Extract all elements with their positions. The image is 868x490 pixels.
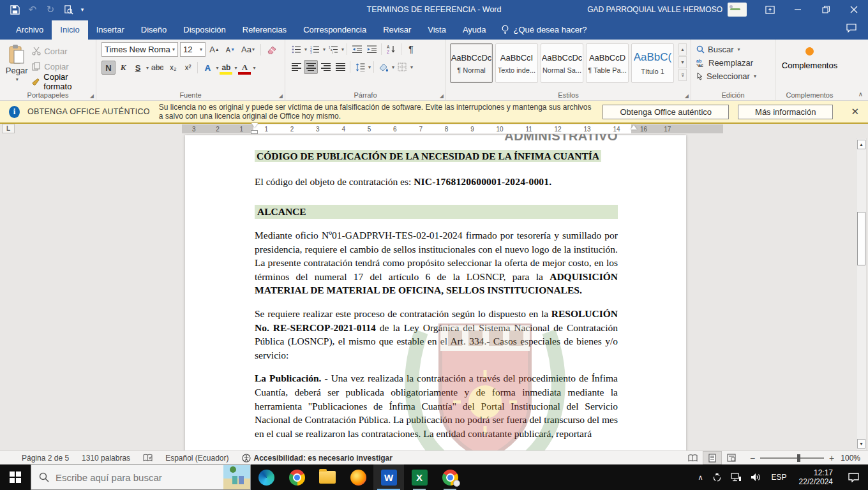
account-name[interactable]: GAD PARROQUIAL VALLE HERMOSO	[587, 5, 722, 14]
multilevel-list-button[interactable]: 1ai	[326, 42, 340, 56]
tab-disposicion[interactable]: Disposición	[175, 20, 234, 40]
style-table-paragraph[interactable]: AaBbCcD ¶ Table Pa...	[586, 43, 629, 83]
scroll-down-icon[interactable]: ▼	[857, 439, 865, 449]
align-center-button[interactable]	[304, 60, 318, 74]
proofing-icon[interactable]	[137, 454, 159, 462]
taskbar-search[interactable]	[31, 464, 251, 490]
underline-button[interactable]: S	[131, 61, 145, 75]
font-size-combo[interactable]: 12▾	[180, 42, 206, 57]
taskbar-word-icon[interactable]: W	[373, 464, 404, 490]
cut-button[interactable]: Cortar	[32, 45, 94, 57]
underline-dropdown-icon[interactable]: ▾	[146, 65, 149, 71]
borders-dropdown-icon[interactable]: ▾	[410, 64, 413, 70]
tab-insertar[interactable]: Insertar	[88, 20, 133, 40]
font-color-dropdown-icon[interactable]: ▾	[253, 65, 255, 71]
clear-formatting-button[interactable]	[265, 43, 279, 57]
shading-button[interactable]	[377, 60, 391, 74]
right-indent-marker[interactable]	[631, 125, 637, 130]
close-warning-icon[interactable]: ✕	[842, 106, 868, 117]
redo-icon[interactable]: ↻	[42, 1, 59, 18]
paste-dropdown-icon[interactable]: ▾	[16, 77, 19, 82]
tray-clock[interactable]: 12:17 22/2/2024	[793, 468, 839, 486]
tell-me-box[interactable]: ¿Qué desea hacer?	[495, 20, 594, 40]
highlight-dropdown-icon[interactable]: ▾	[234, 65, 237, 71]
zoom-slider-thumb[interactable]	[797, 454, 800, 462]
zoom-out-icon[interactable]: −	[750, 453, 755, 463]
show-paragraph-marks-button[interactable]: ¶	[404, 42, 418, 56]
line-spacing-dropdown-icon[interactable]: ▾	[368, 64, 371, 70]
align-left-button[interactable]	[289, 60, 303, 74]
line-spacing-button[interactable]	[353, 60, 367, 74]
strikethrough-button[interactable]: abc	[149, 61, 165, 75]
italic-button[interactable]: K	[116, 61, 130, 75]
more-info-button[interactable]: Más información	[738, 105, 833, 119]
print-layout-icon[interactable]	[703, 451, 722, 464]
tab-archivo[interactable]: Archivo	[8, 20, 52, 40]
tab-correspondencia[interactable]: Correspondencia	[295, 20, 375, 40]
copy-button[interactable]: Copiar	[32, 60, 94, 73]
style-normal[interactable]: AaBbCcDc ¶ Normal	[450, 43, 493, 83]
read-mode-icon[interactable]	[684, 451, 703, 464]
bullets-dropdown-icon[interactable]: ▾	[304, 47, 307, 52]
highlight-button[interactable]: ab	[219, 61, 233, 75]
shrink-font-button[interactable]: A▼	[223, 43, 237, 57]
print-preview-icon[interactable]	[60, 1, 77, 18]
action-center-icon[interactable]	[839, 473, 868, 482]
first-line-indent-marker[interactable]	[251, 123, 258, 128]
bold-button[interactable]: N	[101, 61, 116, 75]
numbering-button[interactable]: 123	[308, 42, 322, 56]
collapse-ribbon-icon[interactable]: ∧	[858, 91, 863, 98]
tray-language[interactable]: ESP	[766, 473, 793, 482]
tab-inicio[interactable]: Inicio	[52, 20, 87, 40]
tab-stop-selector[interactable]: L	[2, 124, 15, 133]
text-effects-dropdown-icon[interactable]: ▾	[216, 65, 218, 71]
paste-button[interactable]: Pegar ▾	[1, 42, 32, 88]
get-office-button[interactable]: Obtenga Office auténtico	[602, 105, 729, 119]
restore-button[interactable]	[812, 0, 840, 19]
close-button[interactable]	[840, 0, 868, 19]
select-button[interactable]: Seleccionar▾	[696, 70, 774, 83]
addins-button[interactable]: Complementos	[782, 42, 837, 70]
web-layout-icon[interactable]	[722, 451, 741, 464]
save-icon[interactable]	[6, 1, 23, 18]
numbering-dropdown-icon[interactable]: ▾	[323, 47, 326, 52]
taskbar-edge-icon[interactable]	[251, 464, 281, 490]
subscript-button[interactable]: x₂	[166, 61, 180, 75]
tray-network-icon[interactable]	[726, 473, 746, 482]
sort-button[interactable]: AZ	[384, 42, 398, 56]
undo-icon[interactable]: ↶	[24, 1, 41, 18]
language-indicator[interactable]: Español (Ecuador)	[159, 454, 235, 463]
comments-icon[interactable]	[835, 24, 868, 40]
tray-show-hidden-icon[interactable]: ∧	[694, 473, 708, 482]
superscript-button[interactable]: x²	[181, 61, 195, 75]
styles-dialog-launcher-icon[interactable]: ◢	[685, 93, 689, 99]
style-normal-sa[interactable]: AaBbCcDc Normal Sa...	[541, 43, 583, 83]
multilevel-dropdown-icon[interactable]: ▾	[341, 47, 344, 52]
find-button[interactable]: Buscar▾	[696, 43, 774, 56]
tray-sync-icon[interactable]	[708, 473, 726, 482]
styles-scroll-up-icon[interactable]: ▲	[678, 43, 687, 56]
account-avatar[interactable]	[728, 3, 747, 17]
zoom-in-icon[interactable]: +	[829, 453, 834, 463]
scroll-up-icon[interactable]: ▲	[857, 140, 865, 149]
search-input[interactable]	[56, 472, 190, 483]
ribbon-display-options-icon[interactable]	[756, 0, 784, 19]
taskbar-chrome-secondary-icon[interactable]	[435, 464, 465, 490]
search-highlight-image[interactable]	[223, 465, 250, 489]
tray-volume-icon[interactable]	[746, 473, 766, 482]
tab-ayuda[interactable]: Ayuda	[454, 20, 495, 40]
change-case-button[interactable]: Aa▾	[239, 43, 257, 57]
taskbar-chrome-icon[interactable]	[281, 464, 312, 490]
increase-indent-button[interactable]	[364, 42, 378, 56]
vertical-scrollbar[interactable]: ▲ ▼	[856, 138, 867, 450]
justify-button[interactable]	[333, 60, 347, 74]
taskbar-explorer-icon[interactable]	[312, 464, 343, 490]
shading-dropdown-icon[interactable]: ▾	[392, 64, 394, 70]
borders-button[interactable]	[395, 60, 409, 74]
taskbar-excel-icon[interactable]: X	[404, 464, 435, 490]
tab-vista[interactable]: Vista	[419, 20, 454, 40]
style-titulo-1[interactable]: AaBbC( Título 1	[631, 43, 674, 83]
styles-more-icon[interactable]: ⊽	[678, 69, 687, 81]
tab-revisar[interactable]: Revisar	[375, 20, 419, 40]
font-name-combo[interactable]: Times New Roma▾	[101, 42, 178, 57]
